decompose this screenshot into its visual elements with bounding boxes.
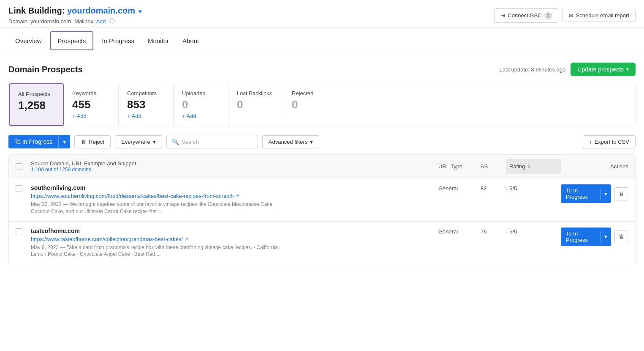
card-value: 1,258 bbox=[18, 99, 54, 112]
th-rating-label: Rating bbox=[509, 163, 525, 170]
table-row: tasteofhome.com https://www.tasteofhome.… bbox=[9, 222, 635, 264]
rating-value: 5/5 bbox=[509, 185, 517, 192]
domain-chevron-icon[interactable]: ▾ bbox=[139, 8, 141, 15]
card-label: Rejected bbox=[292, 90, 330, 96]
export-label: Export to CSV bbox=[595, 139, 629, 145]
domain-name: southernliving.com bbox=[31, 184, 438, 191]
top-bar-left: Link Building: yourdomain.com ▾ Domain: … bbox=[8, 6, 141, 25]
row-to-progress-button[interactable]: To In Progress ▾ bbox=[561, 184, 611, 203]
toolbar-right: ↑ Export to CSV bbox=[583, 135, 636, 148]
domain-cell: southernliving.com https://www.southernl… bbox=[31, 184, 438, 215]
card-value: 0 bbox=[237, 98, 274, 111]
domain-snippet: May 9, 2023 — Take a card from grandma's… bbox=[31, 244, 284, 258]
search-input[interactable] bbox=[182, 139, 253, 145]
search-box[interactable]: 🔍 bbox=[166, 135, 258, 148]
th-checkbox bbox=[16, 163, 31, 170]
card-value: 853 bbox=[127, 98, 165, 111]
card-add[interactable]: + Add bbox=[182, 113, 220, 119]
nav-tabs: Overview Prospects In Progress Monitor A… bbox=[0, 28, 644, 54]
card-label: Lost Backlinks bbox=[237, 90, 274, 96]
reject-label: Reject bbox=[89, 139, 104, 145]
toolbar: To In Progress ▾ 🗑 Reject Everywhere ▾ 🔍… bbox=[8, 135, 636, 148]
url-type: General bbox=[438, 228, 481, 235]
advanced-filters-label: Advanced filters bbox=[269, 139, 308, 145]
url-text: https://www.tasteofhome.com/collection/g… bbox=[31, 236, 183, 242]
gsc-label: Connect GSC bbox=[508, 12, 541, 19]
rating-expand-icon[interactable]: › bbox=[506, 228, 508, 235]
select-all-checkbox[interactable] bbox=[16, 163, 22, 170]
card-add[interactable]: + Add bbox=[127, 113, 165, 119]
advanced-filters-button[interactable]: Advanced filters ▾ bbox=[262, 135, 320, 148]
top-bar: Link Building: yourdomain.com ▾ Domain: … bbox=[0, 0, 644, 28]
tab-prospects[interactable]: Prospects bbox=[50, 31, 94, 50]
everywhere-chevron-icon: ▾ bbox=[153, 139, 156, 145]
domain-info: Domain: yourdomain.com Mailbox: Add ⓘ bbox=[8, 17, 141, 25]
to-progress-arrow-icon[interactable]: ▾ bbox=[58, 135, 70, 148]
url-text: https://www.southernliving.com/food/dess… bbox=[31, 193, 234, 199]
section-header-right: Last update: 8 minutes ago Update prospe… bbox=[499, 63, 636, 76]
card-add[interactable]: + Add bbox=[72, 113, 110, 119]
card-rejected[interactable]: Rejected 0 bbox=[283, 83, 338, 126]
to-in-progress-button[interactable]: To In Progress ▾ bbox=[8, 135, 70, 148]
card-lost-backlinks[interactable]: Lost Backlinks 0 bbox=[228, 83, 283, 126]
export-icon: ↑ bbox=[589, 139, 592, 145]
connect-gsc-button[interactable]: ⇥ Connect GSC 0 bbox=[494, 8, 558, 23]
advanced-chevron-icon: ▾ bbox=[310, 139, 313, 145]
export-csv-button[interactable]: ↑ Export to CSV bbox=[583, 135, 636, 148]
table-row: southernliving.com https://www.southernl… bbox=[9, 178, 635, 222]
last-update: Last update: 8 minutes ago bbox=[499, 66, 565, 73]
th-as: AS bbox=[481, 163, 506, 170]
row-action-label: To In Progress bbox=[561, 228, 600, 246]
domain-label: Domain: yourdomain.com bbox=[8, 18, 71, 25]
card-value: 0 bbox=[292, 98, 330, 111]
domain-cell: tasteofhome.com https://www.tasteofhome.… bbox=[31, 228, 438, 258]
row-delete-button[interactable]: 🗑 bbox=[614, 230, 628, 243]
reject-button[interactable]: 🗑 Reject bbox=[74, 135, 111, 148]
external-link-icon: ↗ bbox=[235, 193, 239, 199]
card-uploaded[interactable]: Uploaded 0 + Add bbox=[174, 83, 228, 126]
th-url-type: URL Type bbox=[438, 163, 481, 170]
update-chevron-icon: ▾ bbox=[626, 66, 629, 72]
row-checkbox[interactable] bbox=[16, 228, 22, 235]
tab-overview[interactable]: Overview bbox=[8, 32, 49, 49]
as-value: 82 bbox=[481, 184, 506, 192]
row-action-arrow-icon[interactable]: ▾ bbox=[600, 230, 611, 243]
prospects-cards: All Prospects 1,258 Keywords 455 + Add C… bbox=[8, 83, 636, 126]
tab-in-progress[interactable]: In Progress bbox=[95, 32, 141, 49]
card-keywords[interactable]: Keywords 455 + Add bbox=[64, 83, 119, 126]
gsc-icon: ⇥ bbox=[500, 12, 505, 19]
row-checkbox[interactable] bbox=[16, 185, 22, 192]
mailbox-label: Mailbox: Add bbox=[74, 18, 106, 25]
actions-cell: To In Progress ▾ 🗑 bbox=[561, 228, 628, 246]
tab-about[interactable]: About bbox=[176, 32, 206, 49]
as-value: 76 bbox=[481, 228, 506, 235]
everywhere-label: Everywhere bbox=[121, 139, 150, 145]
row-action-label: To In Progress bbox=[561, 184, 600, 203]
page-title: Link Building: yourdomain.com ▾ bbox=[8, 6, 141, 16]
card-all-prospects[interactable]: All Prospects 1,258 bbox=[9, 83, 64, 126]
email-label: Schedule email report bbox=[576, 12, 629, 19]
rating-cell: › 5/5 bbox=[506, 228, 561, 235]
th-rating[interactable]: Rating ⇅ bbox=[506, 159, 561, 174]
row-checkbox-cell bbox=[16, 184, 31, 192]
card-competitors[interactable]: Competitors 853 + Add bbox=[119, 83, 174, 126]
domain-url[interactable]: https://www.tasteofhome.com/collection/g… bbox=[31, 236, 438, 242]
row-to-progress-button[interactable]: To In Progress ▾ bbox=[561, 228, 611, 246]
row-action-arrow-icon[interactable]: ▾ bbox=[600, 188, 611, 200]
rating-expand-icon[interactable]: › bbox=[506, 185, 508, 192]
search-icon: 🔍 bbox=[172, 138, 179, 145]
card-label: Keywords bbox=[72, 90, 110, 96]
mailbox-add-link[interactable]: Add bbox=[96, 18, 106, 25]
update-prospects-button[interactable]: Update prospects ▾ bbox=[571, 63, 636, 76]
sort-icon: ⇅ bbox=[527, 164, 531, 169]
domain-link[interactable]: yourdomain.com bbox=[67, 6, 135, 15]
tab-monitor[interactable]: Monitor bbox=[141, 32, 176, 49]
domain-url[interactable]: https://www.southernliving.com/food/dess… bbox=[31, 193, 438, 199]
external-link-icon: ↗ bbox=[185, 236, 188, 242]
schedule-email-button[interactable]: ✉ Schedule email report bbox=[562, 9, 636, 22]
section-title: Domain Prospects bbox=[8, 65, 83, 74]
row-delete-button[interactable]: 🗑 bbox=[614, 187, 628, 200]
section-header: Domain Prospects Last update: 8 minutes … bbox=[8, 63, 636, 76]
info-icon[interactable]: ⓘ bbox=[109, 17, 115, 25]
everywhere-dropdown[interactable]: Everywhere ▾ bbox=[115, 135, 162, 148]
